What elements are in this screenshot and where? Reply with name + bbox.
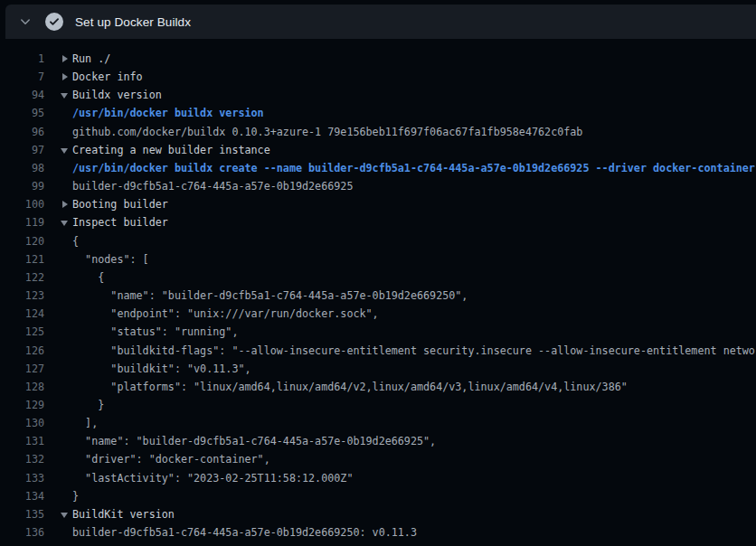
line-number[interactable]: 135 (0, 505, 44, 523)
log-line: 123 "name": "builder-d9cfb5a1-c764-445a-… (0, 287, 756, 305)
log-text: "buildkit": "v0.11.3", (72, 362, 251, 375)
log-group-title: Creating a new builder instance (72, 144, 270, 156)
collapse-group-icon[interactable] (61, 221, 68, 226)
log-line[interactable]: 7Docker info (0, 68, 756, 86)
log-text: "status": "running", (72, 325, 238, 338)
log-lines: 1Run ./7Docker info94Buildx version95/us… (0, 39, 756, 546)
log-group-title: Buildx version (72, 89, 162, 101)
log-text: "lastActivity": "2023-02-25T11:58:12.000… (72, 472, 353, 485)
line-number[interactable]: 128 (0, 378, 44, 396)
log-group-title: Docker info (72, 71, 143, 83)
log-line: 130 ], (0, 414, 756, 432)
collapse-group-icon[interactable] (61, 513, 68, 518)
line-number[interactable]: 121 (0, 250, 44, 268)
log-line: 122 { (0, 268, 756, 287)
line-number[interactable]: 136 (0, 523, 44, 541)
log-group-title: BuildKit version (72, 508, 175, 521)
log-line: 120{ (0, 232, 756, 250)
line-number[interactable]: 126 (0, 342, 44, 360)
log-line: 132 "driver": "docker-container", (0, 450, 756, 468)
line-number[interactable]: 96 (0, 123, 44, 141)
log-text: github.com/docker/buildx 0.10.3+azure-1 … (72, 126, 582, 138)
line-number[interactable]: 125 (0, 323, 44, 341)
log-line: 134} (0, 487, 756, 505)
log-text: "endpoint": "unix:///var/run/docker.sock… (72, 307, 379, 320)
log-line: 129 } (0, 396, 756, 414)
line-number[interactable]: 1 (0, 50, 44, 68)
log-line: 95/usr/bin/docker buildx version (0, 104, 756, 122)
log-line[interactable]: 1Run ./ (0, 50, 756, 68)
log-line: 124 "endpoint": "unix:///var/run/docker.… (0, 305, 756, 323)
log-text: "driver": "docker-container", (72, 453, 270, 466)
line-number[interactable]: 94 (0, 86, 44, 104)
line-number[interactable]: 124 (0, 305, 44, 323)
line-number[interactable]: 123 (0, 287, 44, 305)
log-group-title: Inspect builder (72, 216, 168, 229)
log-line: 99builder-d9cfb5a1-c764-445a-a57e-0b19d2… (0, 177, 756, 195)
log-line: 98/usr/bin/docker buildx create --name b… (0, 159, 756, 177)
expand-group-icon[interactable] (62, 55, 68, 62)
check-circle-icon (45, 13, 63, 31)
log-line: 131 "name": "builder-d9cfb5a1-c764-445a-… (0, 432, 756, 450)
line-number[interactable]: 134 (0, 487, 44, 505)
line-number[interactable]: 130 (0, 414, 44, 432)
line-number[interactable]: 132 (0, 450, 44, 468)
log-line[interactable]: 119Inspect builder (0, 213, 756, 231)
collapse-group-icon[interactable] (61, 148, 68, 154)
log-text: } (72, 399, 104, 411)
expand-group-icon[interactable] (62, 73, 68, 80)
line-number[interactable]: 129 (0, 396, 44, 414)
line-number[interactable]: 127 (0, 360, 44, 378)
collapse-group-icon[interactable] (61, 93, 68, 99)
log-text: "nodes": [ (72, 253, 149, 266)
line-number[interactable]: 97 (0, 141, 44, 159)
step-header[interactable]: Set up Docker Buildx (5, 5, 756, 39)
line-number[interactable]: 100 (0, 195, 44, 213)
log-text: "buildkitd-flags": "--allow-insecure-ent… (72, 344, 756, 357)
log-text: "name": "builder-d9cfb5a1-c764-445a-a57e… (72, 289, 468, 302)
line-number[interactable]: 119 (0, 213, 44, 231)
log-line: 121 "nodes": [ (0, 250, 756, 268)
log-line[interactable]: 135BuildKit version (0, 505, 756, 523)
log-text: builder-d9cfb5a1-c764-445a-a57e-0b19d2e6… (72, 526, 417, 539)
step-title: Set up Docker Buildx (75, 15, 191, 29)
log-group-title: Booting builder (72, 198, 168, 211)
line-number[interactable]: 99 (0, 177, 44, 195)
log-command-text: /usr/bin/docker buildx version (72, 107, 264, 119)
log-line[interactable]: 94Buildx version (0, 86, 756, 104)
log-line[interactable]: 100Booting builder (0, 195, 756, 213)
log-line: 96github.com/docker/buildx 0.10.3+azure-… (0, 123, 756, 141)
expand-group-icon[interactable] (62, 201, 68, 208)
log-text: "name": "builder-d9cfb5a1-c764-445a-a57e… (72, 435, 436, 447)
log-line: 128 "platforms": "linux/amd64,linux/amd6… (0, 378, 756, 396)
line-number[interactable]: 7 (0, 68, 44, 86)
line-number[interactable]: 98 (0, 159, 44, 177)
line-number[interactable]: 120 (0, 232, 44, 250)
log-line[interactable]: 97Creating a new builder instance (0, 141, 756, 159)
log-text: } (72, 490, 79, 503)
line-number[interactable]: 95 (0, 104, 44, 122)
line-number[interactable]: 122 (0, 268, 44, 287)
log-text: ], (72, 417, 98, 429)
log-line: 136builder-d9cfb5a1-c764-445a-a57e-0b19d… (0, 523, 756, 541)
log-group-title: Run ./ (72, 52, 110, 65)
log-line: 125 "status": "running", (0, 323, 756, 341)
line-number[interactable]: 133 (0, 469, 44, 487)
log-line: 127 "buildkit": "v0.11.3", (0, 360, 756, 378)
log-line: 126 "buildkitd-flags": "--allow-insecure… (0, 342, 756, 360)
log-text: "platforms": "linux/amd64,linux/amd64/v2… (72, 381, 628, 393)
log-command-text: /usr/bin/docker buildx create --name bui… (72, 162, 755, 174)
chevron-down-icon[interactable] (18, 14, 33, 29)
line-number[interactable]: 131 (0, 432, 44, 450)
log-text: builder-d9cfb5a1-c764-445a-a57e-0b19d2e6… (72, 180, 353, 193)
log-text: { (72, 271, 104, 284)
log-line: 133 "lastActivity": "2023-02-25T11:58:12… (0, 469, 756, 487)
log-text: { (72, 235, 79, 248)
